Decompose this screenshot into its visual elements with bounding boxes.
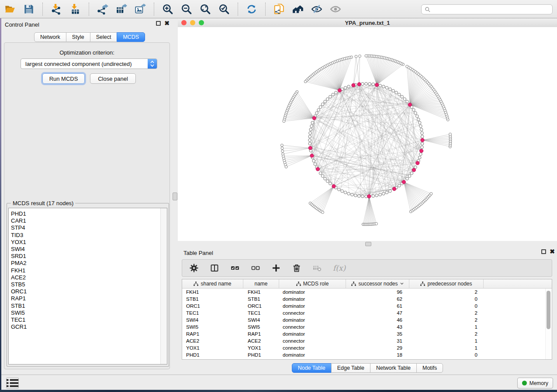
tab-edge-table[interactable]: Edge Table — [331, 363, 370, 373]
mcds-result-item[interactable]: ACE2 — [9, 274, 167, 281]
delete-entry-icon[interactable] — [292, 263, 301, 273]
hide-selected-icon[interactable] — [310, 3, 323, 16]
import-table-icon[interactable] — [69, 3, 82, 16]
mcds-result-item[interactable]: TEC1 — [9, 316, 167, 323]
criterion-dropdown[interactable]: largest connected component (undirected) — [21, 58, 157, 69]
mcds-result-item[interactable]: YOX1 — [9, 239, 167, 246]
mcds-result-item[interactable]: STP4 — [9, 224, 167, 231]
show-all-icon — [329, 3, 342, 16]
column-header-name[interactable]: name — [243, 279, 279, 288]
column-header-MCDS-role[interactable]: MCDS role — [279, 279, 346, 288]
select-all-icon[interactable] — [230, 263, 240, 273]
table-row[interactable]: ORC1ORC1dominator610 — [182, 303, 552, 309]
close-panel-icon[interactable]: ✖ — [164, 21, 170, 26]
open-session-icon[interactable] — [3, 3, 17, 16]
mcds-result-item[interactable]: STB5 — [9, 281, 167, 288]
table-row[interactable]: SWI4SWI4dominator462 — [182, 316, 552, 323]
scrollbar-thumb[interactable] — [547, 291, 550, 329]
table-cell: RAP1 — [182, 330, 243, 337]
mcds-result-item[interactable]: SRD1 — [9, 253, 167, 260]
toolbar-separator — [89, 3, 89, 16]
divider-handle[interactable] — [173, 193, 177, 200]
result-list-scrollbar[interactable] — [160, 208, 167, 364]
mcds-result-item[interactable]: CAR1 — [9, 217, 167, 224]
table-cell: SWI4 — [182, 316, 243, 323]
export-image-icon[interactable] — [134, 3, 147, 16]
mcds-result-item[interactable]: STB1 — [9, 303, 167, 309]
zoom-selected-icon[interactable] — [218, 3, 231, 16]
apply-layout-icon[interactable] — [245, 3, 258, 16]
table-cell: ACE2 — [182, 337, 243, 344]
tab-network[interactable]: Network — [34, 32, 66, 42]
automation-panel-button[interactable] — [6, 378, 19, 389]
import-network-icon[interactable] — [50, 3, 63, 16]
table-row[interactable]: ACE2ACE2connector311 — [182, 337, 552, 344]
mcds-result-item[interactable]: PMA2 — [9, 260, 167, 267]
mcds-result-item[interactable]: TID3 — [9, 232, 167, 239]
table-cell: dominator — [279, 330, 346, 337]
run-mcds-button[interactable]: Run MCDS — [42, 73, 85, 84]
table-cell: 46 — [346, 316, 409, 323]
table-settings-icon[interactable] — [189, 263, 199, 273]
mcds-result-item[interactable]: PHD1 — [9, 210, 167, 217]
close-panel-button[interactable]: Close panel — [90, 73, 136, 84]
close-panel-icon[interactable]: ✖ — [550, 249, 555, 254]
clone-network-icon[interactable] — [273, 3, 286, 16]
table-cell: dominator — [279, 296, 346, 303]
search-box[interactable] — [421, 4, 553, 14]
table-cell: 62 — [346, 296, 409, 303]
table-header-row: shared namenameMCDS rolesuccessor nodesp… — [182, 279, 552, 289]
show-columns-icon[interactable] — [210, 263, 219, 273]
export-table-icon[interactable] — [115, 3, 128, 16]
vertical-split-divider[interactable] — [172, 18, 178, 375]
tab-node-table[interactable]: Node Table — [292, 363, 332, 373]
table-row[interactable]: STB1STB1dominator620 — [182, 296, 552, 303]
horizontal-split-divider[interactable] — [178, 241, 557, 247]
mcds-result-item[interactable]: RAP1 — [9, 295, 167, 302]
memory-button[interactable]: Memory — [517, 378, 553, 389]
float-panel-icon[interactable] — [156, 21, 161, 26]
table-row[interactable]: TEC1TEC1connector472 — [182, 309, 552, 316]
table-row[interactable]: FKH1FKH1dominator962 — [182, 289, 552, 296]
mcds-result-item[interactable]: SWI4 — [9, 246, 167, 253]
table-row[interactable]: PHD1PHD1dominator180 — [182, 351, 552, 358]
table-row[interactable]: SWI5SWI5connector431 — [182, 323, 552, 330]
table-tabs: Node TableEdge TableNetwork TableMotifs — [178, 363, 557, 373]
mcds-result-item[interactable]: ORC1 — [9, 288, 167, 295]
node-table: shared namenameMCDS rolesuccessor nodesp… — [182, 279, 552, 360]
table-toolbar-icons — [189, 263, 322, 273]
control-panel: Control Panel ✖ NetworkStyleSelectMCDS O… — [1, 18, 172, 375]
tab-mcds[interactable]: MCDS — [117, 32, 145, 42]
zoom-out-icon[interactable] — [180, 3, 193, 16]
table-panel-title: Table Panel — [183, 250, 213, 256]
mcds-result-list[interactable]: PHD1CAR1STP4TID3YOX1SWI4SRD1PMA2FKH1ACE2… — [8, 208, 167, 364]
network-canvas[interactable] — [178, 27, 557, 241]
column-header-predecessor-nodes[interactable]: predecessor nodes — [409, 279, 484, 288]
tab-network-table[interactable]: Network Table — [370, 363, 417, 373]
tab-style[interactable]: Style — [66, 32, 90, 42]
mcds-result-item[interactable]: SWI5 — [9, 309, 167, 316]
table-tabs-row: Node TableEdge TableNetwork TableMotifs — [292, 363, 443, 373]
deselect-all-icon[interactable] — [251, 263, 260, 273]
zoom-in-icon[interactable] — [161, 3, 174, 16]
divider-handle[interactable] — [365, 242, 371, 246]
float-panel-icon[interactable] — [541, 249, 546, 254]
network-window-titlebar[interactable]: YPA_prune.txt_1 — [178, 18, 557, 28]
table-scrollbar[interactable] — [545, 289, 551, 359]
table-cell: TEC1 — [243, 309, 279, 316]
export-network-icon[interactable] — [96, 3, 109, 16]
mcds-result-item[interactable]: GCR1 — [9, 323, 167, 330]
home-view-icon[interactable] — [291, 3, 304, 16]
mcds-result-item[interactable]: FKH1 — [9, 267, 167, 274]
table-row[interactable]: YOX1YOX1connector291 — [182, 344, 552, 351]
column-header-successor-nodes[interactable]: successor nodes — [346, 279, 409, 288]
tab-select[interactable]: Select — [90, 32, 118, 42]
table-row[interactable]: RAP1RAP1dominator352 — [182, 330, 552, 337]
table-cell: connector — [279, 323, 346, 330]
zoom-fit-icon[interactable] — [199, 3, 212, 16]
tab-motifs[interactable]: Motifs — [416, 363, 443, 373]
add-entry-icon[interactable] — [271, 263, 281, 273]
search-input[interactable] — [432, 6, 552, 14]
column-header-shared-name[interactable]: shared name — [182, 279, 243, 288]
save-session-icon[interactable] — [22, 3, 35, 16]
